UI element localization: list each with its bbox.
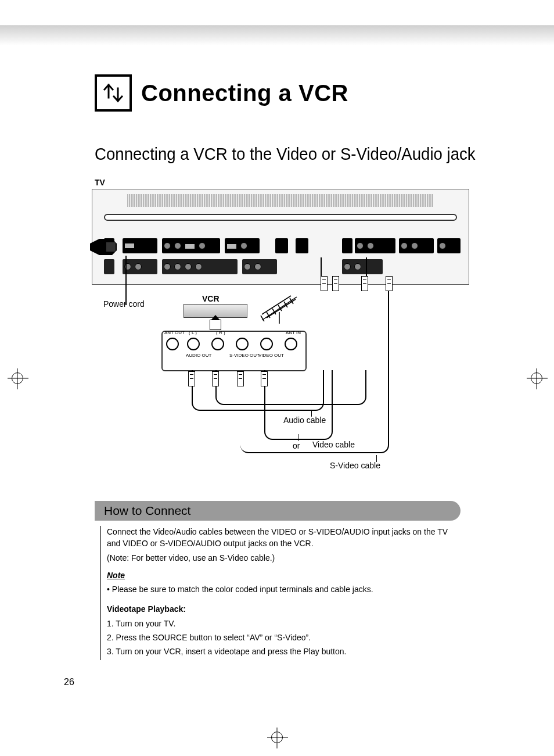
cable-plug-icon: [212, 371, 219, 386]
cable-plug-icon: [261, 371, 268, 386]
power-cord-line: [125, 256, 127, 305]
crop-mark-bottom: [271, 732, 283, 743]
svg-rect-0: [106, 242, 116, 252]
vcr-arrow-icon: [210, 320, 221, 330]
jack-label: ANT OUT: [164, 330, 185, 335]
power-plug-icon: [89, 237, 118, 257]
svideo-cable-label: S-Video cable: [330, 461, 380, 470]
cable-plug-icon: [237, 371, 244, 386]
howto-intro-note: (Note: For better video, use an S-Video …: [107, 552, 461, 564]
playback-heading: Videotape Playback:: [107, 603, 461, 615]
svideo-cable-line: [240, 285, 389, 453]
tv-label: TV: [95, 178, 105, 187]
howto-body: Connect the Video/Audio cables between t…: [100, 526, 461, 660]
cable-plug-icon: [321, 276, 328, 291]
howto-intro: Connect the Video/Audio cables between t…: [107, 526, 461, 550]
video-cable-label: Video cable: [312, 440, 355, 449]
jack-label: AUDIO OUT: [186, 353, 211, 358]
cable-plug-icon: [386, 276, 393, 291]
crop-mark-left: [12, 372, 23, 384]
arrows-icon: [95, 74, 132, 112]
cable-plug-icon: [188, 371, 195, 386]
page-number: 26: [64, 677, 74, 687]
note-heading: Note: [107, 569, 461, 581]
howto-heading-bar: How to Connect: [95, 501, 461, 521]
vcr-label: VCR: [202, 294, 220, 303]
tv-input-stub: [321, 257, 367, 286]
cable-plug-icon: [332, 276, 339, 291]
jack-label: ( L ): [189, 330, 197, 335]
or-label: or: [293, 441, 300, 450]
cable-plug-icon: [361, 276, 368, 291]
jack-label: ( R ): [216, 330, 225, 335]
crop-mark-right: [531, 372, 542, 384]
tv-back-panel: [92, 189, 469, 285]
playback-step: 1. Turn on your TV.: [107, 618, 461, 629]
audio-cable-label: Audio cable: [283, 415, 326, 425]
section-title: Connecting a VCR to the Video or S-Video…: [95, 144, 476, 164]
page-title: Connecting a VCR: [141, 80, 348, 106]
playback-step: 2. Press the SOURCE button to select “AV…: [107, 632, 461, 643]
playback-step: 3. Turn on your VCR, insert a videotape …: [107, 646, 461, 657]
power-cord-label: Power cord: [103, 299, 145, 309]
howto-heading: How to Connect: [104, 504, 190, 518]
header-gradient: [0, 0, 554, 45]
note-bullet: Please be sure to match the color coded …: [107, 583, 461, 595]
connection-diagram: Power cord VCR ANT OUT ( L ) ( R ) ANT I…: [92, 189, 469, 479]
